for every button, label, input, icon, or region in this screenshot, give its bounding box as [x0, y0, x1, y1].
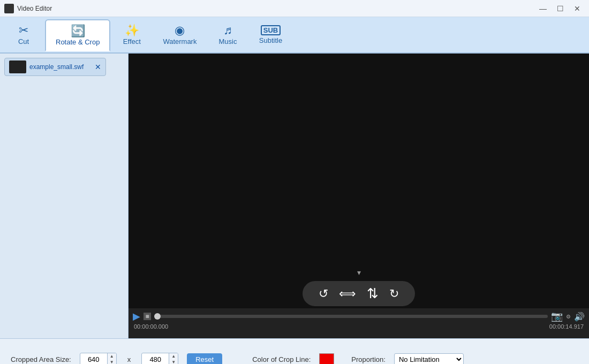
width-input-group: ▲ ▼	[80, 353, 117, 364]
cut-icon: ✂	[19, 25, 28, 36]
height-spin-buttons: ▲ ▼	[169, 353, 178, 364]
height-input-group: ▲ ▼	[141, 353, 178, 364]
proportion-select[interactable]: No Limitation 16:9 4:3 1:1 9:16	[394, 353, 464, 365]
tab-watermark[interactable]: ◉ Watermark	[153, 19, 206, 51]
x-separator: x	[127, 355, 131, 363]
reset-button[interactable]: Reset	[187, 353, 222, 365]
progress-thumb[interactable]	[154, 313, 161, 320]
app-icon	[4, 4, 14, 13]
rotate-left-icon[interactable]: ↺	[319, 287, 328, 301]
file-thumbnail	[9, 60, 26, 73]
tab-bar: ✂ Cut 🔄 Rotate & Crop ✨ Effect ◉ Waterma…	[0, 17, 589, 54]
tab-cut[interactable]: ✂ Cut	[2, 19, 45, 51]
file-tab[interactable]: example_small.swf ✕	[4, 58, 106, 76]
color-swatch[interactable]	[319, 353, 334, 364]
flip-horizontal-icon[interactable]: ⟺	[339, 287, 356, 301]
music-icon: ♬	[223, 25, 232, 36]
tab-watermark-label: Watermark	[163, 37, 197, 46]
tab-music[interactable]: ♬ Music	[206, 19, 249, 51]
width-up-button[interactable]: ▲	[108, 353, 116, 359]
total-time: 00:00:14.917	[549, 323, 584, 330]
tab-subtitle[interactable]: SUB Subtitle	[249, 19, 292, 51]
tab-rotate-crop[interactable]: 🔄 Rotate & Crop	[45, 19, 110, 51]
volume-icon[interactable]: 🔊	[574, 312, 585, 322]
rotate-right-icon[interactable]: ↻	[389, 287, 399, 301]
watermark-icon: ◉	[175, 25, 185, 36]
playback-bar: ▶ ■ 📷 ⚙ 🔊 00:00:00.000 00:00:14.917	[129, 308, 589, 338]
settings-icon[interactable]: ⚙	[566, 314, 571, 320]
restore-button[interactable]: ☐	[553, 3, 568, 14]
close-button[interactable]: ✕	[570, 3, 585, 14]
video-controls-overlay: ↺ ⟺ ⇅ ↻	[303, 281, 415, 306]
width-spin-buttons: ▲ ▼	[107, 353, 116, 364]
flip-vertical-icon[interactable]: ⇅	[367, 285, 379, 302]
main-layout: example_small.swf ✕ ▾ ↺ ⟺ ⇅ ↻ ▶ ■ 📷 ⚙	[0, 54, 589, 338]
current-time: 00:00:00.000	[134, 323, 168, 330]
height-input[interactable]	[142, 354, 169, 365]
effect-icon: ✨	[125, 25, 139, 36]
left-panel: example_small.swf ✕	[0, 54, 129, 338]
play-button[interactable]: ▶	[133, 310, 140, 322]
tab-effect[interactable]: ✨ Effect	[110, 19, 153, 51]
height-down-button[interactable]: ▼	[169, 359, 178, 364]
tab-subtitle-label: Subtitle	[259, 36, 282, 44]
tab-rotate-crop-label: Rotate & Crop	[56, 38, 100, 46]
title-bar: Video Editor — ☐ ✕	[0, 0, 589, 17]
width-down-button[interactable]: ▼	[108, 359, 116, 364]
minimize-button[interactable]: —	[535, 3, 550, 14]
video-area: ▾ ↺ ⟺ ⇅ ↻ ▶ ■ 📷 ⚙ 🔊 00:00:00.000 00:00:1…	[129, 54, 589, 338]
width-input[interactable]	[80, 354, 107, 365]
tab-effect-label: Effect	[123, 37, 141, 46]
rotate-crop-icon: 🔄	[71, 25, 85, 37]
screenshot-icon[interactable]: 📷	[551, 310, 563, 322]
stop-button[interactable]: ■	[144, 313, 151, 320]
color-label: Color of Crop Line:	[252, 355, 311, 363]
cropped-size-label: Cropped Area Size:	[11, 355, 71, 363]
height-up-button[interactable]: ▲	[169, 353, 178, 359]
file-name: example_small.swf	[29, 63, 92, 71]
app-title: Video Editor	[17, 5, 52, 12]
file-close-button[interactable]: ✕	[95, 63, 101, 71]
chevron-down-icon: ▾	[357, 268, 361, 277]
progress-bar[interactable]	[154, 315, 548, 318]
bottom-toolbar: Cropped Area Size: ▲ ▼ x ▲ ▼ Reset Color…	[0, 338, 589, 364]
subtitle-icon: SUB	[261, 25, 281, 35]
tab-cut-label: Cut	[18, 37, 29, 46]
proportion-label: Proportion:	[351, 355, 386, 363]
tab-music-label: Music	[218, 37, 237, 46]
